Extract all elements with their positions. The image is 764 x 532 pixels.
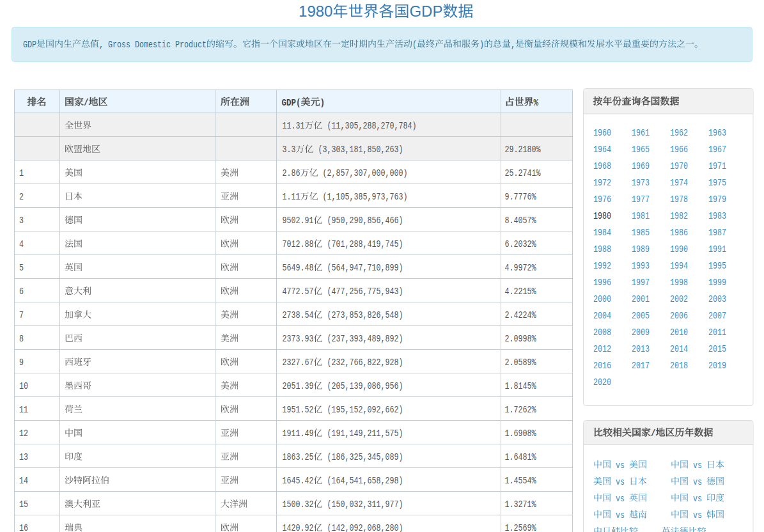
svg-text:2051.39: 2051.39 [283,381,314,392]
svg-text:2020: 2020 [593,377,611,388]
svg-text:1978: 1978 [670,194,688,205]
svg-text:(701,288,419,745): (701,288,419,745) [323,239,403,250]
svg-text:(237,393,489,892): (237,393,489,892) [323,334,403,345]
svg-text:1967: 1967 [708,145,726,155]
svg-text:1972: 1972 [593,178,611,189]
svg-text:8.4057%: 8.4057% [505,215,537,226]
svg-text:1964: 1964 [593,145,611,155]
svg-text:9: 9 [19,357,24,368]
svg-text:7: 7 [19,310,24,321]
svg-text:2017: 2017 [632,361,650,372]
svg-text:(164,541,658,298): (164,541,658,298) [323,476,403,487]
svg-text:1984: 1984 [593,228,611,239]
svg-text:(: ( [412,40,417,51]
svg-text:vs: vs [611,477,629,488]
svg-text:1962: 1962 [670,128,688,139]
svg-text:GDP: GDP [23,40,36,51]
svg-text:2011: 2011 [708,327,726,338]
svg-text:1973: 1973 [632,178,650,189]
svg-text:(186,325,345,089): (186,325,345,089) [323,452,403,463]
svg-text:1863.25: 1863.25 [283,452,314,463]
svg-text:2.4224%: 2.4224% [505,310,537,321]
svg-text:(2,857,307,000,000): (2,857,307,000,000) [318,168,408,179]
svg-text:(195,152,092,662): (195,152,092,662) [323,405,403,416]
svg-text:1980: 1980 [299,3,332,20]
svg-text:9.7776%: 9.7776% [505,192,537,203]
svg-text:vs: vs [689,510,706,521]
svg-text:Gross Domestic Product: Gross Domestic Product [108,40,207,51]
svg-text:2013: 2013 [632,344,650,355]
svg-text:1994: 1994 [670,261,688,272]
svg-text:2018: 2018 [670,361,688,372]
svg-text:5: 5 [19,263,24,274]
svg-text:1.2569%: 1.2569% [505,523,537,532]
svg-text:1985: 1985 [632,228,650,239]
svg-text:2012: 2012 [593,344,611,355]
svg-text:vs: vs [689,477,706,488]
svg-text:1977: 1977 [632,194,650,205]
svg-text:2010: 2010 [670,327,688,338]
svg-text:2005: 2005 [632,311,650,322]
svg-text:1974: 1974 [670,178,688,189]
svg-text:): ) [320,98,325,109]
svg-text:1998: 1998 [670,278,688,288]
svg-text:1989: 1989 [632,244,650,255]
svg-text:1645.42: 1645.42 [283,476,314,487]
svg-text:1993: 1993 [632,261,650,272]
svg-text:2019: 2019 [708,361,726,372]
svg-text:(142,092,068,280): (142,092,068,280) [323,523,403,532]
svg-text:vs: vs [611,460,629,471]
svg-text:2003: 2003 [708,294,726,305]
svg-text:(273,853,826,548): (273,853,826,548) [323,310,403,321]
svg-text:1999: 1999 [708,278,726,288]
svg-text:1968: 1968 [593,161,611,172]
svg-text:2.86: 2.86 [283,168,300,179]
svg-text:4.9972%: 4.9972% [505,263,537,274]
svg-text:GDP: GDP [409,3,442,20]
svg-text:4: 4 [19,239,24,250]
svg-text:1990: 1990 [670,244,688,255]
svg-text:2.0589%: 2.0589% [505,357,537,368]
svg-text:2000: 2000 [593,294,611,305]
svg-text:2004: 2004 [593,311,611,322]
svg-text:1: 1 [19,168,24,179]
svg-text:2001: 2001 [632,294,650,305]
svg-text:2007: 2007 [708,311,726,322]
svg-text:29.2180%: 29.2180% [505,145,542,155]
svg-text:(477,256,775,943): (477,256,775,943) [323,286,403,297]
svg-text:1960: 1960 [593,128,611,139]
svg-text:2014: 2014 [670,344,688,355]
svg-text:6.2032%: 6.2032% [505,239,537,250]
svg-text:1997: 1997 [632,278,650,288]
svg-text:11: 11 [19,405,28,416]
svg-text:25.2741%: 25.2741% [505,168,542,179]
svg-text:12: 12 [19,428,28,439]
svg-text:1996: 1996 [593,278,611,288]
svg-text:1951.52: 1951.52 [283,405,314,416]
svg-text:vs: vs [689,460,706,471]
svg-text:3.3: 3.3 [283,145,296,155]
svg-text:1.11: 1.11 [283,192,300,203]
svg-text:13: 13 [19,452,28,463]
svg-text:1420.92: 1420.92 [283,523,314,532]
svg-text:1979: 1979 [708,194,726,205]
svg-text:1982: 1982 [670,211,688,222]
svg-text:1.7262%: 1.7262% [505,405,537,416]
svg-text:1.6908%: 1.6908% [505,428,537,439]
svg-text:vs: vs [689,494,706,505]
svg-text:7012.88: 7012.88 [283,239,314,250]
svg-text:): ) [479,40,484,51]
svg-text:11.31: 11.31 [283,121,305,132]
svg-text:9502.91: 9502.91 [283,215,314,226]
svg-text:15: 15 [19,499,28,510]
svg-text:1.3271%: 1.3271% [505,499,537,510]
svg-text:vs: vs [611,494,629,505]
svg-text:16: 16 [19,523,28,532]
svg-text:3: 3 [19,215,24,226]
svg-text:(205,139,086,956): (205,139,086,956) [323,381,403,392]
svg-text:2009: 2009 [632,327,650,338]
svg-text:1.6481%: 1.6481% [505,452,537,463]
svg-text:/: / [84,98,89,109]
svg-text:2: 2 [19,192,24,203]
svg-text:%: % [534,98,539,109]
